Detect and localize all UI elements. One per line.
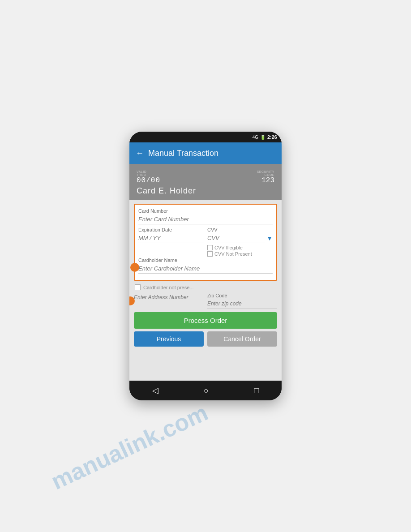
phone-device: 4G 🔋 2:26 ← Manual Transaction VALIDTHRU… [129, 132, 282, 400]
cvv-illegible-row: CVV Illegible [207, 245, 273, 250]
card-display: VALIDTHRU 00/00 SECURITYCODE 123 Card E.… [129, 164, 282, 200]
cardholder-name-input[interactable] [138, 264, 273, 274]
app-screen: ← Manual Transaction VALIDTHRU 00/00 SEC… [129, 142, 282, 381]
cvv-not-present-label: CVV Not Present [214, 251, 252, 257]
nav-home-icon[interactable]: ○ [204, 386, 209, 395]
cvv-checkboxes: CVV Illegible CVV Not Present [207, 245, 273, 257]
card-number-label: Card Number [138, 208, 273, 214]
cvv-illegible-checkbox[interactable] [207, 245, 213, 250]
orange-section: Card Number Expiration Date CVV [134, 204, 277, 281]
cardholder-name-label: Cardholder Name [138, 257, 273, 263]
cardholder-present-checkbox[interactable] [135, 284, 141, 290]
status-bar: 4G 🔋 2:26 [129, 132, 282, 142]
annotation-circle-1 [130, 263, 139, 272]
cvv-input[interactable] [207, 233, 265, 243]
zip-code-label: Zip Code [207, 293, 277, 298]
nav-back-icon[interactable]: ◁ [152, 386, 158, 395]
card-number-input[interactable] [138, 215, 273, 224]
phone-wrapper: 4G 🔋 2:26 ← Manual Transaction VALIDTHRU… [0, 0, 411, 532]
cancel-order-button[interactable]: Cancel Order [207, 331, 277, 347]
cvv-input-wrapper [207, 233, 265, 243]
cvv-not-present-row: CVV Not Present [207, 251, 273, 257]
previous-button[interactable]: Previous [134, 331, 204, 347]
status-icons: 4G 🔋 2:26 [253, 134, 277, 140]
form-area: Card Number Expiration Date CVV [129, 200, 282, 381]
battery-icon: 🔋 [260, 135, 265, 140]
nav-recent-icon[interactable]: □ [254, 386, 259, 395]
expiration-group: Expiration Date [138, 227, 204, 243]
top-bar: ← Manual Transaction [129, 142, 282, 164]
cardholder-present-row: Cardholder not prese... [134, 284, 277, 290]
card-cvv: 123 [257, 176, 274, 184]
process-order-button[interactable]: Process Order [134, 312, 277, 329]
address-group [134, 293, 204, 309]
cvv-label: CVV [207, 227, 273, 232]
expiration-input[interactable] [138, 233, 204, 243]
exp-cvv-row: Expiration Date CVV ▼ [138, 227, 273, 257]
cvv-not-present-checkbox[interactable] [207, 251, 213, 257]
cvv-chevron-icon[interactable]: ▼ [266, 235, 273, 242]
address-input[interactable] [134, 293, 204, 302]
address-zip-row: Zip Code [134, 293, 277, 309]
cvv-input-row: ▼ [207, 233, 273, 243]
back-button[interactable]: ← [136, 149, 144, 158]
security-code-label: SECURITYCODE [257, 170, 274, 176]
zip-code-input[interactable] [207, 299, 277, 309]
watermark: manualink.com [47, 399, 212, 495]
card-holder-name: Card E. Holder [137, 186, 274, 196]
valid-thru-label: VALIDTHRU [137, 170, 160, 176]
cardholder-present-label: Cardholder not prese... [143, 285, 194, 290]
time-display: 2:26 [267, 134, 277, 140]
expiration-label: Expiration Date [138, 227, 204, 232]
cvv-group: CVV ▼ CVV Illegible [207, 227, 273, 257]
card-date: 00/00 [137, 176, 160, 184]
card-number-group: Card Number [138, 208, 273, 224]
cardholder-name-group: Cardholder Name [138, 257, 273, 274]
signal-icon: 4G [253, 135, 258, 140]
cvv-illegible-label: CVV Illegible [214, 245, 243, 250]
nav-bar: ◁ ○ □ [129, 381, 282, 400]
page-title: Manual Transaction [148, 149, 218, 158]
bottom-buttons: Previous Cancel Order [134, 331, 277, 347]
zip-group: Zip Code [207, 293, 277, 309]
